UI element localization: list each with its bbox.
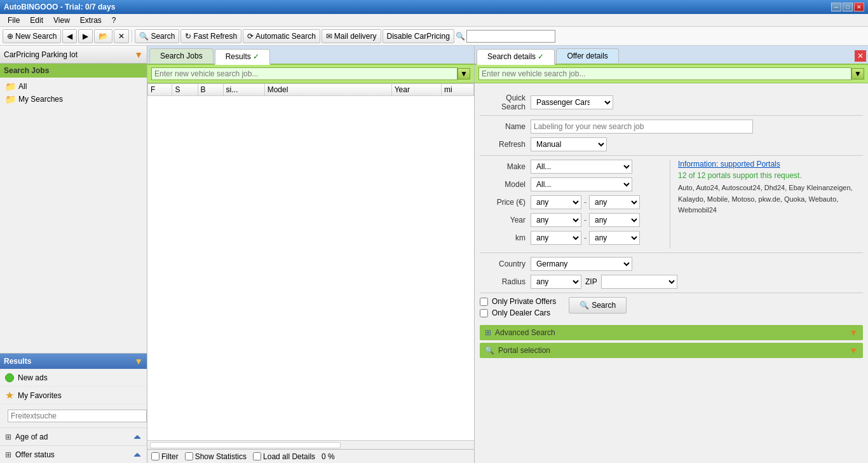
favorites-icon: ★ — [5, 389, 14, 401]
search-button-toolbar[interactable]: 🔍 Search — [135, 29, 179, 43]
year-max-select[interactable]: any2010201520182020 — [589, 213, 640, 227]
window-controls: ─ □ ✕ — [831, 3, 864, 11]
search-action-button[interactable]: 🔍 Search — [569, 297, 627, 314]
delete-button[interactable]: ✕ — [114, 29, 129, 43]
disable-carpricing-button[interactable]: Disable CarPricing — [383, 29, 454, 43]
km-max-select[interactable]: any1000050000100000 — [589, 231, 640, 245]
scrollbar-track[interactable] — [150, 442, 341, 448]
zip-select[interactable] — [601, 275, 677, 289]
age-of-ad-expand-icon[interactable]: ⏶ — [133, 432, 142, 442]
results-collapse-icon[interactable]: ▼ — [134, 356, 143, 366]
price-min-select[interactable]: any50010002000500010000 — [531, 195, 581, 209]
tab-search-details[interactable]: Search details ✓ — [477, 49, 555, 65]
car-pricing-collapse-icon[interactable]: ▼ — [134, 50, 143, 60]
tab-search-jobs[interactable]: Search Jobs — [149, 48, 214, 63]
new-search-button[interactable]: ⊕ New Search — [3, 29, 61, 43]
country-select[interactable]: Germany Austria Switzerland — [531, 257, 632, 271]
load-all-details-checkbox[interactable] — [253, 452, 261, 460]
year-min-select[interactable]: any2010201520182020 — [531, 213, 581, 227]
load-all-details-label[interactable]: Load all Details — [253, 452, 315, 461]
car-pricing-header: CarPricing Parking lot ▼ — [0, 46, 147, 64]
result-my-favorites[interactable]: ★ My Favorites — [0, 387, 147, 404]
app-title: AutoBINGOOO - Trial: 0/7 days — [4, 3, 115, 11]
name-label: Name — [480, 122, 531, 131]
offer-status-section[interactable]: ⊞ Offer status ⏶ — [0, 445, 147, 463]
tree-item-all[interactable]: 📁 All — [0, 80, 147, 93]
quick-search-select[interactable]: Passenger Cars Motorcycles Trucks Vans — [531, 95, 613, 109]
toolbar: ⊕ New Search ◀ ▶ 📂 ✕ 🔍 Search ↻ Fast Ref… — [0, 27, 868, 46]
results-header: Results ▼ — [0, 354, 147, 369]
automatic-search-button[interactable]: ⟳ Automatic Search — [243, 29, 320, 43]
make-row: Make All... Audi BMW Ford Mercedes Volks… — [480, 160, 665, 174]
results-table: F S B si... Model Year mi — [147, 83, 474, 440]
minimize-button[interactable]: ─ — [831, 3, 841, 11]
menu-extras[interactable]: Extras — [75, 15, 107, 26]
km-min-select[interactable]: any1000050000100000 — [531, 231, 581, 245]
show-statistics-label[interactable]: Show Statistics — [185, 452, 247, 461]
right-content: Quick Search Passenger Cars Motorcycles … — [475, 88, 868, 463]
tab-results[interactable]: Results ✓ — [215, 49, 270, 65]
auto-search-icon: ⟳ — [247, 32, 254, 41]
center-collapse-button[interactable]: ▼ — [458, 68, 470, 79]
portal-info-link[interactable]: Information: supported Portals — [678, 160, 863, 169]
advanced-search-expand-icon[interactable]: ▼ — [849, 328, 858, 338]
make-select[interactable]: All... Audi BMW Ford Mercedes Volkswagen — [531, 160, 632, 174]
year-row: Year any2010201520182020 - any2010201520… — [480, 213, 665, 227]
tree-item-my-searches[interactable]: 📁 My Searches — [0, 93, 147, 106]
results-check-icon: ✓ — [253, 52, 259, 61]
make-label: Make — [480, 162, 531, 171]
menu-help[interactable]: ? — [107, 15, 121, 26]
center-search-input[interactable] — [151, 67, 458, 80]
result-new-ads[interactable]: New ads — [0, 369, 147, 387]
dealer-cars-checkbox[interactable] — [480, 309, 488, 317]
menu-file[interactable]: File — [3, 15, 25, 26]
undo-button[interactable]: ◀ — [62, 29, 77, 43]
portal-selection-expand-icon[interactable]: ▼ — [849, 345, 858, 356]
mail-delivery-button[interactable]: ✉ Mail delivery — [322, 29, 381, 43]
model-select[interactable]: All... — [531, 177, 632, 191]
portal-selection-label-area: 🔍 Portal selection — [485, 346, 550, 355]
form-fields: Make All... Audi BMW Ford Mercedes Volks… — [480, 160, 665, 249]
private-offers-row: Only Private Offers — [480, 297, 556, 306]
radius-label: Radius — [480, 277, 531, 286]
private-offers-checkbox[interactable] — [480, 298, 488, 306]
search-details-check-icon: ✓ — [538, 52, 544, 61]
offer-status-expand-icon[interactable]: ⏶ — [133, 450, 142, 460]
filter-input[interactable] — [8, 410, 147, 422]
radius-select[interactable]: any102550100200 — [531, 275, 581, 289]
folder-icon-all: 📁 — [5, 81, 16, 92]
menu-edit[interactable]: Edit — [25, 15, 48, 26]
tab-offer-details[interactable]: Offer details — [556, 48, 618, 63]
horizontal-scrollbar[interactable] — [147, 440, 474, 449]
portal-selection-bar[interactable]: 🔍 Portal selection ▼ — [480, 343, 863, 358]
km-range: any1000050000100000 - any100005000010000… — [531, 231, 640, 245]
show-statistics-checkbox[interactable] — [185, 452, 193, 460]
tree-item-all-label: All — [18, 82, 27, 91]
menu-view[interactable]: View — [48, 15, 75, 26]
search-button-icon: 🔍 — [580, 301, 589, 310]
price-max-select[interactable]: any50010002000500010000 — [589, 195, 640, 209]
maximize-button[interactable]: □ — [843, 3, 853, 11]
age-of-ad-section[interactable]: ⊞ Age of ad ⏶ — [0, 427, 147, 445]
tree-item-my-searches-label: My Searches — [18, 95, 63, 104]
redo-button[interactable]: ▶ — [78, 29, 93, 43]
close-button[interactable]: ✕ — [854, 3, 864, 11]
right-panel-close-button[interactable]: ✕ — [855, 50, 866, 62]
toolbar-search-input[interactable] — [466, 30, 555, 43]
advanced-search-label-area: ⊞ Advanced Search — [485, 328, 555, 337]
refresh-select[interactable]: Manual Daily Weekly — [531, 137, 607, 151]
filter-checkbox-label[interactable]: Filter — [151, 452, 179, 461]
name-input[interactable] — [531, 120, 753, 134]
right-search-input[interactable] — [478, 67, 851, 80]
search-jobs-label: Search Jobs — [4, 66, 49, 75]
fast-refresh-button[interactable]: ↻ Fast Refresh — [180, 29, 241, 43]
checks-search-area: Only Private Offers Only Dealer Cars 🔍 S… — [480, 297, 863, 320]
year-range-sep: - — [584, 216, 587, 225]
advanced-search-bar[interactable]: ⊞ Advanced Search ▼ — [480, 325, 863, 340]
radius-controls: any102550100200 ZIP — [531, 275, 677, 289]
my-favorites-label: My Favorites — [18, 391, 62, 400]
private-offers-label: Only Private Offers — [492, 297, 556, 306]
open-button[interactable]: 📂 — [94, 29, 112, 43]
right-collapse-button[interactable]: ▼ — [851, 68, 864, 79]
filter-checkbox[interactable] — [151, 452, 159, 460]
